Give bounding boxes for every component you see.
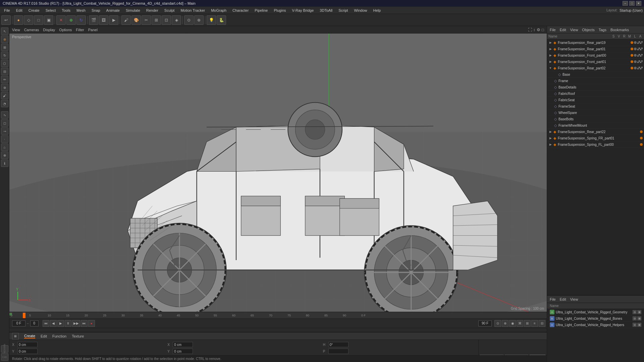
timeline-icon-3[interactable]: ◉ bbox=[509, 320, 516, 327]
timeline-icon-5[interactable]: ⊞ bbox=[524, 320, 531, 327]
light-tool[interactable]: 💡 bbox=[207, 15, 216, 25]
bridge-tool[interactable]: ⊟ bbox=[1, 68, 8, 75]
title-bar-controls[interactable]: – □ ✕ bbox=[623, 1, 641, 6]
python-tool[interactable]: 🐍 bbox=[217, 15, 226, 25]
current-frame-input[interactable] bbox=[12, 320, 25, 326]
obj-ctrl-1[interactable]: ⊙ bbox=[633, 316, 637, 320]
size-x-value[interactable]: 0 cm bbox=[173, 342, 193, 347]
close-button[interactable]: ✕ bbox=[636, 1, 641, 6]
fps-input[interactable] bbox=[30, 320, 39, 326]
h-value[interactable]: 0° bbox=[328, 342, 348, 347]
obj-ctrl-2[interactable]: ⊞ bbox=[637, 310, 641, 314]
scale-tool-left[interactable]: ⊞ bbox=[1, 44, 8, 51]
play-reverse-button[interactable]: ⏸ bbox=[65, 320, 71, 327]
menu-script[interactable]: Script bbox=[336, 8, 351, 13]
sculpt-tool[interactable]: 🖌 bbox=[121, 15, 131, 25]
scale-tool[interactable]: ⊕ bbox=[66, 15, 76, 25]
extrude-tool-left[interactable]: ⬡ bbox=[1, 60, 8, 67]
brush-tool[interactable]: 🖌 bbox=[1, 92, 8, 99]
timeline-icon-7[interactable]: ⊟ bbox=[539, 320, 545, 327]
menu-render[interactable]: Render bbox=[144, 8, 161, 13]
prev-frame-button[interactable]: ◀ bbox=[50, 320, 57, 327]
om-menu-view[interactable]: View bbox=[570, 28, 578, 32]
menu-sculpt[interactable]: Sculpt bbox=[162, 8, 177, 13]
knife-tool[interactable]: ✂ bbox=[142, 15, 151, 25]
tree-item-framesuspension-rear-22[interactable]: ▶ ◆ FrameSuspension_Rear_part22 bbox=[547, 129, 644, 135]
viewport-maximize-icon[interactable]: ⛶ bbox=[528, 27, 532, 32]
menu-edit[interactable]: Edit bbox=[13, 8, 25, 13]
paint-tool[interactable]: 🎨 bbox=[131, 15, 141, 25]
menu-window[interactable]: Window bbox=[351, 8, 370, 13]
obj-row-geometry[interactable]: G Ultra_Light_Combat_Vehicle_Rigged_Geom… bbox=[547, 309, 644, 315]
tree-item-fabricseat[interactable]: ◇ FabricSeat bbox=[547, 97, 644, 103]
om-menu-file[interactable]: File bbox=[550, 28, 556, 32]
tree-item-framesuspension-rear-19[interactable]: ▶ ◆ FrameSuspension_Rear_part19 bbox=[547, 40, 644, 46]
axis-tool[interactable]: ⊕ bbox=[194, 15, 204, 25]
tree-item-frameseat[interactable]: ◇ FrameSeat bbox=[547, 103, 644, 110]
obj-row-bones[interactable]: B Ultra_Light_Combat_Vehicle_Rigged_Bone… bbox=[547, 315, 644, 322]
menu-snap[interactable]: Snap bbox=[89, 8, 103, 13]
polygons-mode-button[interactable]: □ bbox=[34, 15, 43, 25]
obj-ctrl-2[interactable]: ⊞ bbox=[637, 316, 641, 320]
tab-create[interactable]: Create bbox=[24, 334, 35, 339]
viewport-3d[interactable]: X Y Grid Spacing : 100 cm bbox=[9, 34, 547, 312]
clone-tool[interactable]: ⊕ bbox=[1, 152, 8, 159]
tab-edit[interactable]: Edit bbox=[41, 334, 47, 338]
loop-cut-tool[interactable]: ⊞ bbox=[152, 15, 161, 25]
viewport[interactable]: View Cameras Display Options Filter Pane… bbox=[9, 26, 547, 312]
menu-simulate[interactable]: Simulate bbox=[123, 8, 143, 13]
timeline-icon-1[interactable]: ⊙ bbox=[494, 320, 501, 327]
menu-mograph[interactable]: MoGraph bbox=[208, 8, 229, 13]
tree-item-basebolts[interactable]: ◇ BaseBolts bbox=[547, 116, 644, 122]
menu-pipeline[interactable]: Pipeline bbox=[252, 8, 270, 13]
tree-item-base[interactable]: ◇ Base bbox=[547, 71, 644, 78]
viewport-menu-display[interactable]: Display bbox=[43, 28, 55, 32]
extrude-tool[interactable]: ⊡ bbox=[162, 15, 171, 25]
viewport-menu-options[interactable]: Options bbox=[59, 28, 72, 32]
menu-tools[interactable]: Tools bbox=[59, 8, 73, 13]
mm-menu-edit[interactable]: Edit bbox=[560, 297, 566, 301]
tree-item-framesuspension-spring-fl[interactable]: ▶ ◆ FrameSuspension_Spring_FL_part00 bbox=[547, 141, 644, 148]
move-tool-left[interactable]: ⊕ bbox=[1, 36, 8, 43]
bevel-tool[interactable]: ◈ bbox=[172, 15, 181, 25]
viewport-menu-view[interactable]: View bbox=[12, 28, 20, 32]
viewport-settings-icon[interactable]: ⚙ bbox=[537, 27, 540, 32]
polygon-tool[interactable]: ◻ bbox=[1, 119, 8, 127]
menu-character[interactable]: Character bbox=[230, 8, 251, 13]
render-settings-button[interactable]: 🖼 bbox=[99, 15, 108, 25]
timeline-icon-6[interactable]: ≡ bbox=[531, 320, 538, 327]
p-value[interactable] bbox=[328, 349, 348, 354]
om-menu-objects[interactable]: Objects bbox=[582, 28, 594, 32]
selection-tool[interactable]: ↖ bbox=[1, 27, 8, 35]
info-tool[interactable]: ℹ bbox=[1, 160, 8, 167]
magnet-tool[interactable]: ⊛ bbox=[1, 84, 8, 91]
smooth-tool[interactable]: ◔ bbox=[1, 100, 8, 107]
menu-file[interactable]: File bbox=[1, 8, 13, 13]
go-to-end-button[interactable]: ⏭ bbox=[81, 320, 88, 327]
mm-menu-view[interactable]: View bbox=[570, 297, 578, 301]
menu-vray[interactable]: V-Ray Bridge bbox=[289, 8, 317, 13]
viewport-menu-filter[interactable]: Filter bbox=[76, 28, 84, 32]
tab-texture[interactable]: Texture bbox=[72, 334, 84, 338]
record-button[interactable]: ● bbox=[88, 320, 95, 327]
tree-item-framesuspension-front-00[interactable]: ▶ ◆ FrameSuspension_Front_part00 bbox=[547, 52, 644, 59]
render-to-picture-viewer[interactable]: ▶ bbox=[109, 15, 118, 25]
tree-item-fabricroof[interactable]: ◇ FabricRoof bbox=[547, 90, 644, 97]
timeline-icon-4[interactable]: ⌘ bbox=[517, 320, 523, 327]
tree-item-frame[interactable]: ◇ Frame bbox=[547, 78, 644, 84]
y-position-value[interactable]: 0 cm bbox=[17, 349, 38, 354]
minimize-button[interactable]: – bbox=[623, 1, 628, 6]
render-button[interactable]: 🎬 bbox=[89, 15, 98, 25]
points-mode-button[interactable]: ● bbox=[14, 15, 23, 25]
x-position-value[interactable]: 0 cm bbox=[17, 342, 38, 347]
obj-ctrl-2[interactable]: ⊞ bbox=[637, 323, 641, 327]
pen-tool[interactable]: ✏ bbox=[1, 76, 8, 83]
om-menu-edit[interactable]: Edit bbox=[560, 28, 566, 32]
menu-animate[interactable]: Animate bbox=[104, 8, 122, 13]
rotate-tool[interactable]: ↻ bbox=[76, 15, 86, 25]
tree-item-framewheelmount[interactable]: ◇ FrameWheelMount bbox=[547, 122, 644, 129]
edges-mode-button[interactable]: ◇ bbox=[24, 15, 33, 25]
next-frame-button[interactable]: ▶▶ bbox=[72, 320, 80, 327]
end-frame-input[interactable] bbox=[478, 320, 492, 326]
viewport-menu-cameras[interactable]: Cameras bbox=[24, 28, 39, 32]
